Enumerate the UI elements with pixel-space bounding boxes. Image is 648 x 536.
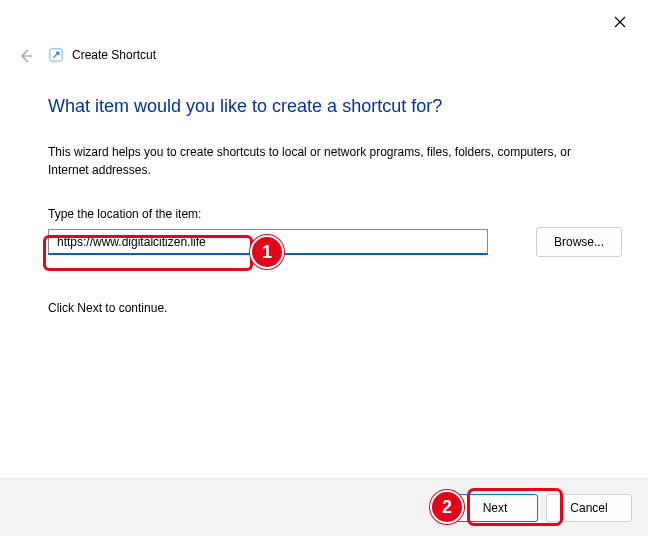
create-shortcut-wizard: Create Shortcut What item would you like… — [0, 0, 648, 536]
back-arrow-icon — [18, 48, 34, 64]
wizard-footer: Next Cancel — [0, 478, 648, 536]
cancel-button[interactable]: Cancel — [546, 494, 632, 522]
shortcut-icon — [48, 47, 64, 63]
location-input[interactable] — [48, 229, 488, 255]
location-row: Browse... — [48, 227, 622, 257]
page-heading: What item would you like to create a sho… — [48, 96, 622, 117]
close-button[interactable] — [608, 10, 632, 34]
wizard-description: This wizard helps you to create shortcut… — [48, 143, 608, 179]
location-label: Type the location of the item: — [48, 207, 622, 221]
close-icon — [614, 16, 626, 28]
wizard-content: What item would you like to create a sho… — [48, 96, 622, 315]
back-button[interactable] — [16, 46, 36, 66]
wizard-title: Create Shortcut — [72, 48, 156, 62]
next-button[interactable]: Next — [452, 494, 538, 522]
browse-button[interactable]: Browse... — [536, 227, 622, 257]
continue-instruction: Click Next to continue. — [48, 301, 622, 315]
titlebar — [0, 0, 648, 46]
